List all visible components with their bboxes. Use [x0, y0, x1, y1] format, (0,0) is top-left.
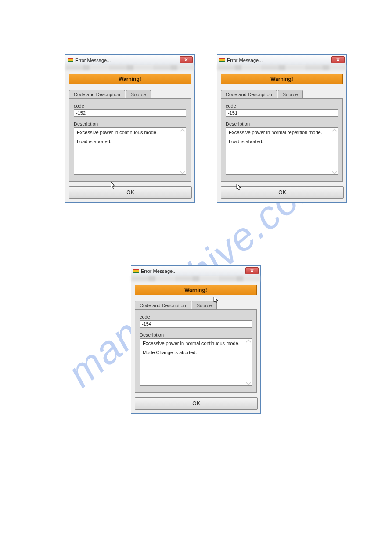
tab-source[interactable]: Source	[278, 90, 303, 98]
close-button[interactable]	[245, 267, 259, 274]
svg-rect-2	[68, 61, 73, 62]
svg-rect-8	[133, 272, 139, 273]
description-line-2: Load is aborted.	[77, 138, 183, 145]
page-divider	[35, 39, 357, 39]
svg-rect-5	[219, 61, 225, 62]
tab-code-and-description[interactable]: Code and Description	[135, 301, 191, 309]
tab-source[interactable]: Source	[192, 301, 217, 309]
code-label: code	[74, 103, 186, 109]
svg-rect-0	[68, 58, 73, 59]
description-label: Description	[74, 121, 186, 127]
background-blur	[65, 65, 194, 70]
code-label: code	[140, 314, 252, 319]
description-textarea[interactable]: Excessive power in normal continuous mod…	[140, 338, 252, 386]
code-input[interactable]: -154	[140, 320, 252, 328]
ok-button[interactable]: OK	[221, 186, 344, 199]
app-icon	[133, 268, 139, 274]
scroll-down-icon[interactable]	[332, 170, 337, 174]
ok-button[interactable]: OK	[135, 397, 258, 410]
warning-banner: Warning!	[221, 74, 343, 84]
description-textarea[interactable]: Excessive power in normal repetition mod…	[226, 127, 338, 175]
code-input[interactable]: -151	[226, 109, 338, 117]
tab-source[interactable]: Source	[126, 90, 151, 98]
tab-code-and-description[interactable]: Code and Description	[69, 90, 125, 98]
panel-code-description: code -154 Description Excessive power in…	[135, 309, 257, 393]
error-dialog-1: Error Message... Warning! Code and Descr…	[65, 54, 195, 203]
close-button[interactable]	[180, 56, 193, 63]
tab-code-and-description[interactable]: Code and Description	[221, 90, 277, 98]
description-line-1: Excessive power in continuous mode.	[77, 129, 183, 136]
description-line-1: Excessive power in normal continuous mod…	[143, 340, 249, 347]
svg-rect-6	[133, 269, 139, 270]
titlebar[interactable]: Error Message...	[65, 55, 194, 65]
warning-banner: Warning!	[69, 74, 191, 84]
panel-code-description: code -152 Description Excessive power in…	[69, 98, 191, 182]
svg-rect-7	[133, 270, 139, 272]
titlebar[interactable]: Error Message...	[217, 55, 346, 65]
background-blur	[217, 65, 346, 70]
description-line-2: Mode Change is aborted.	[143, 349, 249, 356]
description-label: Description	[226, 121, 338, 127]
description-line-1: Excessive power in normal repetition mod…	[229, 129, 335, 136]
error-dialog-3: Error Message... Warning! Code and Descr…	[131, 265, 261, 414]
background-blur	[131, 276, 260, 281]
svg-rect-3	[219, 58, 225, 59]
scroll-up-icon[interactable]	[246, 339, 251, 343]
svg-rect-4	[219, 59, 225, 61]
panel-code-description: code -151 Description Excessive power in…	[221, 98, 343, 182]
scroll-up-icon[interactable]	[180, 128, 185, 132]
description-textarea[interactable]: Excessive power in continuous mode. Load…	[74, 127, 186, 175]
close-button[interactable]	[331, 56, 345, 63]
scroll-down-icon[interactable]	[180, 170, 185, 174]
window-title: Error Message...	[75, 57, 180, 63]
code-label: code	[226, 103, 338, 109]
error-dialog-2: Error Message... Warning! Code and Descr…	[217, 54, 347, 203]
app-icon	[67, 57, 73, 63]
scroll-up-icon[interactable]	[332, 128, 337, 132]
warning-banner: Warning!	[135, 285, 257, 295]
svg-rect-1	[68, 59, 73, 61]
window-title: Error Message...	[141, 268, 245, 274]
ok-button[interactable]: OK	[69, 186, 192, 199]
titlebar[interactable]: Error Message...	[131, 266, 260, 276]
code-input[interactable]: -152	[74, 109, 186, 117]
scroll-down-icon[interactable]	[246, 381, 251, 385]
app-icon	[219, 57, 225, 63]
window-title: Error Message...	[227, 57, 331, 63]
description-line-2: Load is aborted.	[229, 138, 335, 145]
description-label: Description	[140, 332, 252, 337]
